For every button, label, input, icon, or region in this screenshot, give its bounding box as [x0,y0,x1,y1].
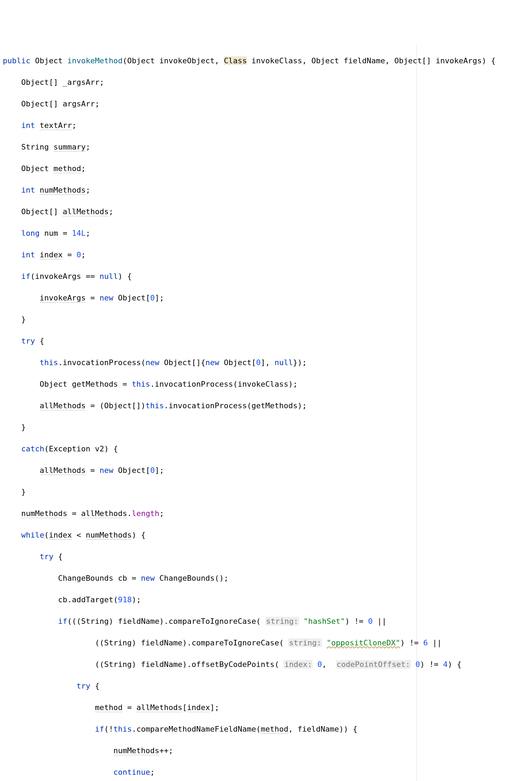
code-line[interactable]: int numMethods; [3,185,413,195]
code-line[interactable]: try { [3,681,413,691]
code-line[interactable]: if(!this.compareMethodNameFieldName(meth… [3,724,413,734]
code-line[interactable]: long num = 14L; [3,228,413,239]
code-line[interactable]: Object getMethods = this.invocationProce… [3,379,413,389]
code-line[interactable]: cb.addTarget(918); [3,594,413,605]
code-line[interactable]: invokeArgs = new Object[0]; [3,292,413,303]
code-line[interactable]: Object[] _argsArr; [3,77,413,88]
code-line[interactable]: Object method; [3,163,413,174]
code-line[interactable]: String summary; [3,142,413,152]
code-line[interactable]: catch(Exception v2) { [3,443,413,454]
param-hint: string: [265,617,299,626]
param-hint: index: [284,660,313,669]
code-line[interactable]: int index = 0; [3,249,413,260]
param-hint: codePointOffset: [336,660,411,669]
code-line[interactable]: try { [3,551,413,562]
code-line[interactable]: ((String) fieldName).offsetByCodePoints(… [3,659,413,670]
code-line[interactable]: ChangeBounds cb = new ChangeBounds(); [3,573,413,583]
code-area[interactable]: public Object invokeMethod(Object invoke… [3,45,417,781]
code-line[interactable]: method = allMethods[index]; [3,702,413,713]
code-line[interactable]: ((String) fieldName).compareToIgnoreCase… [3,637,413,648]
code-line[interactable]: try { [3,336,413,346]
code-line[interactable]: public Object invokeMethod(Object invoke… [3,55,413,66]
code-line[interactable]: if(invokeArgs == null) { [3,271,413,282]
code-line[interactable]: } [3,422,413,433]
method-name: invokeMethod [67,56,122,65]
param-hint: string: [288,638,322,647]
code-line[interactable]: numMethods++; [3,745,413,756]
code-line[interactable]: numMethods = allMethods.length; [3,508,413,519]
code-line[interactable]: } [3,486,413,497]
code-line[interactable]: allMethods = new Object[0]; [3,465,413,476]
code-line[interactable]: Object[] argsArr; [3,98,413,109]
code-line[interactable]: if(((String) fieldName).compareToIgnoreC… [3,616,413,627]
class-highlight: Class [224,56,247,65]
code-line[interactable]: while(index < numMethods) { [3,530,413,540]
code-line[interactable]: allMethods = (Object[])this.invocationPr… [3,400,413,411]
code-line[interactable]: this.invocationProcess(new Object[]{new … [3,357,413,368]
code-line[interactable]: continue; [3,767,413,778]
code-line[interactable]: } [3,314,413,325]
code-line[interactable]: int textArr; [3,120,413,131]
code-line[interactable]: Object[] allMethods; [3,206,413,217]
keyword: public [3,56,30,65]
